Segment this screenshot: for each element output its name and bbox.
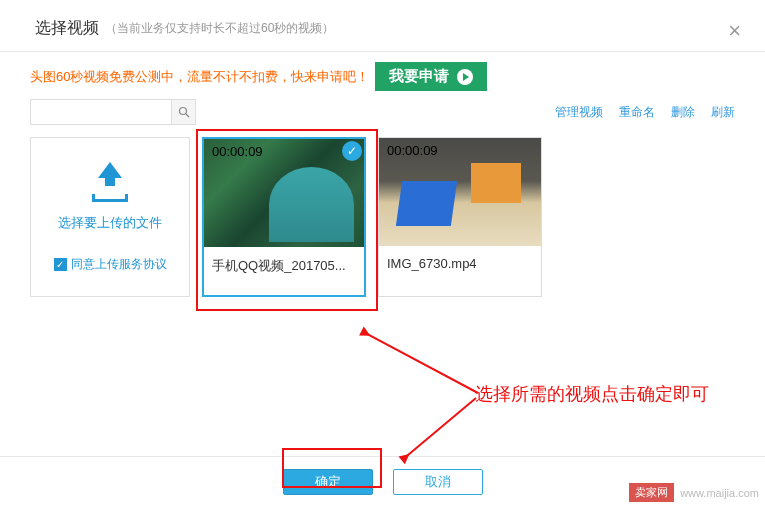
search-input[interactable]	[31, 100, 171, 124]
watermark-url: www.maijia.com	[680, 487, 759, 499]
watermark-badge: 卖家网	[629, 483, 674, 502]
upload-card[interactable]: 选择要上传的文件 ✓ 同意上传服务协议	[30, 137, 190, 297]
upload-icon	[90, 162, 130, 202]
video-filename: IMG_6730.mp4	[379, 246, 541, 281]
agreement-checkbox[interactable]: ✓	[54, 258, 67, 271]
svg-point-0	[179, 108, 186, 115]
video-item[interactable]: 00:00:09 IMG_6730.mp4	[378, 137, 542, 297]
content-area: 选择要上传的文件 ✓ 同意上传服务协议 00:00:09 ✓ 手机QQ视频_20…	[0, 137, 765, 297]
video-thumbnail: 00:00:09	[379, 138, 541, 246]
ok-button[interactable]: 确定	[283, 469, 373, 495]
cancel-button[interactable]: 取消	[393, 469, 483, 495]
search-button[interactable]	[171, 100, 195, 124]
toolbar: 管理视频 重命名 删除 刷新	[30, 99, 735, 125]
refresh-link[interactable]: 刷新	[711, 104, 735, 121]
dialog-subtitle: （当前业务仅支持时长不超过60秒的视频）	[105, 20, 334, 37]
agreement-row[interactable]: ✓ 同意上传服务协议	[54, 256, 167, 273]
dialog-header: 选择视频 （当前业务仅支持时长不超过60秒的视频）	[0, 0, 765, 52]
delete-link[interactable]: 删除	[671, 104, 695, 121]
apply-button[interactable]: 我要申请	[375, 62, 487, 91]
rename-link[interactable]: 重命名	[619, 104, 655, 121]
video-thumbnail: 00:00:09 ✓	[204, 139, 364, 247]
duration-badge: 00:00:09	[382, 141, 443, 160]
search-box	[30, 99, 196, 125]
manage-link[interactable]: 管理视频	[555, 104, 603, 121]
annotation-text: 选择所需的视频点击确定即可	[475, 382, 709, 406]
upload-label: 选择要上传的文件	[58, 214, 162, 232]
notice-text: 头图60秒视频免费公测中，流量不计不扣费，快来申请吧！	[30, 68, 369, 86]
dialog-title: 选择视频	[35, 18, 99, 39]
close-icon[interactable]: ×	[728, 18, 741, 44]
video-filename: 手机QQ视频_201705...	[204, 247, 364, 285]
notice-bar: 头图60秒视频免费公测中，流量不计不扣费，快来申请吧！ 我要申请	[30, 62, 735, 91]
toolbar-links: 管理视频 重命名 删除 刷新	[555, 104, 735, 121]
watermark: 卖家网 www.maijia.com	[629, 483, 759, 502]
play-icon	[457, 69, 473, 85]
search-icon	[178, 106, 190, 118]
agreement-label: 同意上传服务协议	[71, 256, 167, 273]
svg-line-1	[186, 114, 189, 117]
apply-button-label: 我要申请	[389, 67, 449, 86]
duration-badge: 00:00:09	[207, 142, 268, 161]
annotation-arrow	[403, 397, 477, 460]
selected-check-icon: ✓	[342, 141, 362, 161]
annotation-arrow	[363, 331, 479, 394]
video-item[interactable]: 00:00:09 ✓ 手机QQ视频_201705...	[202, 137, 366, 297]
